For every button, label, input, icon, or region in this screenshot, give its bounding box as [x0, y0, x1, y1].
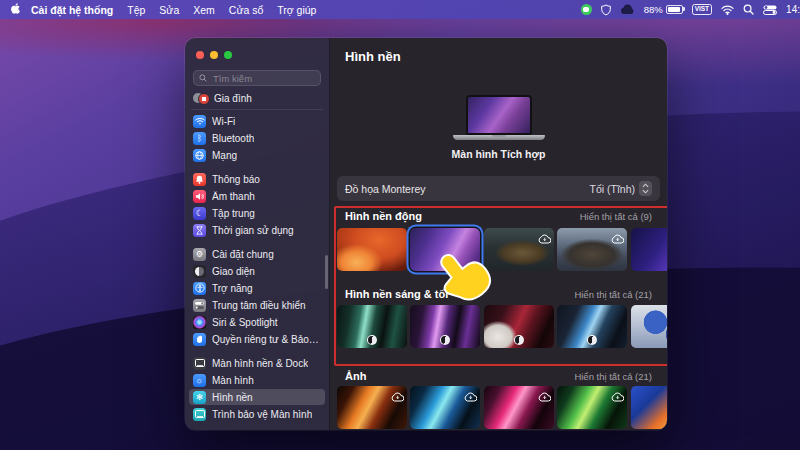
- sidebar-item-screen-time[interactable]: Thời gian sử dụng: [189, 222, 325, 238]
- wifi-status-icon[interactable]: [721, 5, 734, 15]
- sidebar-item-desktop-dock[interactable]: Màn hình nền & Dock: [189, 355, 325, 371]
- wallpaper-pane: Hình nền Màn hình Tích hợp Đồ họa Monter…: [330, 38, 667, 430]
- sidebar: Gia đình Wi-Fi ᛒ Bluetooth Mạng Thông bá…: [185, 38, 330, 430]
- download-cloud-icon[interactable]: [611, 388, 624, 406]
- download-cloud-icon[interactable]: [538, 230, 551, 248]
- sidebar-item-sound[interactable]: Âm thanh: [189, 188, 325, 204]
- sidebar-item-notifications[interactable]: Thông báo: [189, 171, 325, 187]
- window-controls: [196, 51, 232, 59]
- sidebar-item-appearance[interactable]: Giao diện: [189, 263, 325, 279]
- search-input[interactable]: [211, 72, 315, 85]
- sidebar-item-siri[interactable]: Siri & Spotlight: [189, 314, 325, 330]
- sidebar-divider: [191, 109, 323, 110]
- accessibility-icon: [193, 282, 206, 295]
- desktop-dock-icon: [193, 357, 206, 370]
- download-cloud-icon[interactable]: [611, 230, 624, 248]
- sidebar-item-control-center[interactable]: Trung tâm điều khiển: [189, 297, 325, 313]
- wallpaper-style-select[interactable]: Tối (Tĩnh): [589, 181, 652, 196]
- sidebar-items: Gia đình Wi-Fi ᛒ Bluetooth Mạng Thông bá…: [189, 90, 325, 423]
- moon-icon: ☾: [193, 207, 206, 220]
- wallpaper-name-label: Đồ họa Monterey: [345, 183, 426, 195]
- gear-icon: ⚙: [193, 248, 206, 261]
- globe-icon: [193, 149, 206, 162]
- light-dark-badge-icon: [514, 335, 524, 345]
- stepper-chevrons-icon[interactable]: [639, 181, 652, 196]
- shield-icon[interactable]: [601, 4, 611, 16]
- wallpaper-thumb-teal-hardware[interactable]: [337, 305, 407, 348]
- sidebar-scrollbar[interactable]: [325, 255, 328, 289]
- appearance-icon: [193, 265, 206, 278]
- wallpaper-thumb-blue-hardware[interactable]: [557, 305, 627, 348]
- bluetooth-icon: ᛒ: [193, 132, 206, 145]
- bell-icon: [193, 173, 206, 186]
- control-center-icon[interactable]: [763, 5, 777, 15]
- clock[interactable]: 14:: [786, 4, 800, 15]
- cloud-status-icon[interactable]: [620, 4, 635, 15]
- menu-help[interactable]: Trợ giúp: [277, 4, 316, 16]
- battery-percent: 88%: [644, 4, 663, 15]
- wallpaper-thumb-catalina[interactable]: [557, 228, 627, 271]
- light-dark-badge-icon: [440, 335, 450, 345]
- macbook-screen-preview: [466, 95, 532, 135]
- wallpaper-icon: ✻: [193, 391, 206, 404]
- show-all-photos-link[interactable]: Hiển thị tất cả (21): [574, 371, 652, 382]
- photo-thumb-teal-swirl[interactable]: [410, 386, 480, 429]
- wallpaper-thumb-light-circles[interactable]: [631, 305, 667, 348]
- download-cloud-icon[interactable]: [391, 388, 404, 406]
- search-icon: [199, 74, 207, 82]
- sidebar-item-screensaver[interactable]: Trình bảo vệ Màn hình: [189, 406, 325, 422]
- sidebar-item-family[interactable]: Gia đình: [189, 90, 325, 106]
- show-all-light-dark-link[interactable]: Hiển thị tất cả (21): [574, 289, 652, 300]
- family-avatars-icon: [193, 92, 208, 105]
- photo-thumb-orange-swirl[interactable]: [337, 386, 407, 429]
- battery-icon: [666, 5, 683, 15]
- screensaver-icon: [193, 408, 206, 421]
- sidebar-item-wallpaper[interactable]: ✻ Hình nền: [189, 389, 325, 405]
- menu-file[interactable]: Tệp: [127, 4, 145, 16]
- download-cloud-icon[interactable]: [538, 388, 551, 406]
- minimize-button[interactable]: [210, 51, 218, 59]
- wifi-icon: [193, 115, 206, 128]
- apple-menu[interactable]: [10, 3, 21, 16]
- control-center-toggles-icon: [193, 299, 206, 312]
- app-menu-title[interactable]: Cài đặt hệ thống: [31, 4, 113, 16]
- menu-bar-left: Cài đặt hệ thống Tệp Sửa Xem Cửa sổ Trợ …: [0, 3, 330, 16]
- battery-indicator[interactable]: 88%: [644, 4, 683, 15]
- input-source-indicator[interactable]: VIST: [692, 4, 712, 15]
- sidebar-item-privacy[interactable]: Quyền riêng tư & Bảo mật: [189, 331, 325, 347]
- wallpaper-thumb-ventura[interactable]: [337, 228, 407, 271]
- sidebar-item-network[interactable]: Mạng: [189, 147, 325, 163]
- light-dark-badge-icon: [587, 335, 597, 345]
- sidebar-item-bluetooth[interactable]: ᛒ Bluetooth: [189, 130, 325, 146]
- show-all-dynamic-link[interactable]: Hiển thị tất cả (9): [580, 211, 652, 222]
- chat-app-icon[interactable]: [581, 4, 592, 15]
- menu-view[interactable]: Xem: [193, 4, 215, 16]
- settings-window: Gia đình Wi-Fi ᛒ Bluetooth Mạng Thông bá…: [185, 38, 667, 430]
- wallpaper-thumb-dark-abstract[interactable]: [631, 228, 667, 271]
- photo-thumb-green-swirl[interactable]: [557, 386, 627, 429]
- speaker-icon: [193, 190, 206, 203]
- sidebar-item-displays[interactable]: ☼ Màn hình: [189, 372, 325, 388]
- display-preview: [453, 95, 545, 140]
- photo-thumb-pink-swirl[interactable]: [484, 386, 554, 429]
- sidebar-item-wifi[interactable]: Wi-Fi: [189, 113, 325, 129]
- sidebar-item-focus[interactable]: ☾ Tập trung: [189, 205, 325, 221]
- menu-window[interactable]: Cửa sổ: [229, 4, 263, 16]
- search-field[interactable]: [193, 70, 321, 86]
- section-header-photos: Ảnh Hiển thị tất cả (21): [345, 370, 652, 382]
- sidebar-item-accessibility[interactable]: Trợ năng: [189, 280, 325, 296]
- photo-thumb-blue-orange-swirl[interactable]: [631, 386, 667, 429]
- brightness-icon: ☼: [193, 374, 206, 387]
- current-wallpaper-row: Đồ họa Monterey Tối (Tĩnh): [337, 176, 660, 201]
- download-cloud-icon[interactable]: [464, 388, 477, 406]
- section-header-dynamic: Hình nền động Hiển thị tất cả (9): [345, 210, 652, 222]
- page-title: Hình nền: [345, 49, 401, 64]
- menu-edit[interactable]: Sửa: [159, 4, 179, 16]
- photos-thumbnails-row: [330, 386, 667, 430]
- spotlight-search-icon[interactable]: [743, 4, 754, 15]
- zoom-button[interactable]: [224, 51, 232, 59]
- light-dark-badge-icon: [367, 335, 377, 345]
- close-button[interactable]: [196, 51, 204, 59]
- pointing-hand-cursor-icon: [425, 250, 503, 316]
- sidebar-item-general[interactable]: ⚙ Cài đặt chung: [189, 246, 325, 262]
